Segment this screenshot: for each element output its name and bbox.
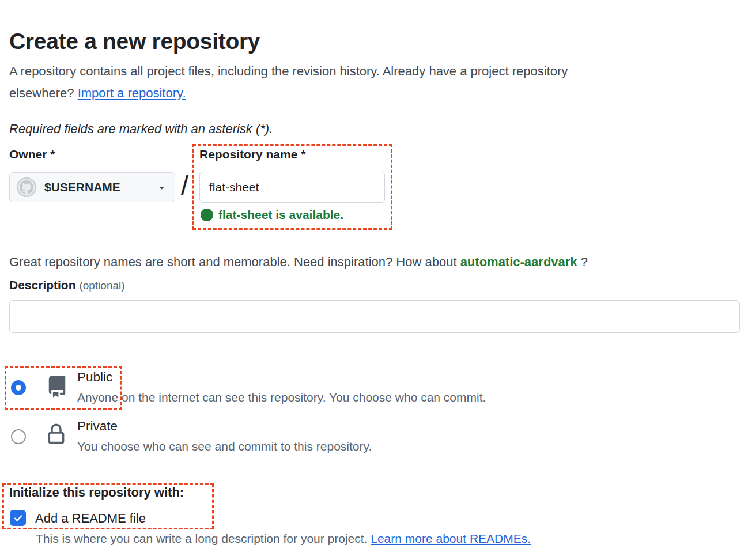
readme-help-text: This is where you can write a long descr… [36,532,531,546]
required-fields-note: Required fields are marked with an aster… [9,122,273,137]
initialize-heading: Initialize this repository with: [9,485,184,500]
owner-avatar [17,177,36,197]
public-option-label[interactable]: Public [77,370,112,385]
private-option-description: You choose who can see and commit to thi… [77,440,372,453]
page-title: Create a new repository [9,29,260,54]
private-option-label[interactable]: Private [77,419,118,434]
import-repository-link[interactable]: Import a repository. [78,86,186,100]
repository-name-label: Repository name * [199,147,305,161]
chevron-down-icon [157,183,167,192]
hint-suffix: ? [577,255,588,269]
divider [9,97,740,97]
repository-name-input[interactable] [199,172,385,203]
learn-more-readmes-link[interactable]: Learn more about READMEs. [371,532,531,545]
intro-line1: A repository contains all project files,… [9,64,568,78]
description-optional-text: (optional) [79,279,124,292]
name-availability-message: flat-sheet is available. [201,208,343,222]
description-label-text: Description [9,278,76,292]
owner-dropdown-button[interactable]: $USERNAME [9,172,175,202]
readme-help-prefix: This is where you can write a long descr… [36,532,371,545]
checkmark-icon [13,513,24,524]
availability-text: flat-sheet is available. [218,208,343,222]
add-readme-label[interactable]: Add a README file [35,511,146,526]
divider [9,350,740,350]
repo-name-hint: Great repository names are short and mem… [9,255,588,270]
repo-book-icon [46,373,68,400]
private-radio[interactable] [11,429,26,444]
public-option-description: Anyone on the internet can see this repo… [77,391,486,404]
suggested-repo-name[interactable]: automatic-aardvark [460,255,577,269]
owner-label: Owner * [9,147,55,161]
description-input[interactable] [9,300,740,333]
owner-selected-value: $USERNAME [44,180,120,194]
create-repository-page: Create a new repository A repository con… [0,0,748,560]
hint-prefix: Great repository names are short and mem… [9,255,460,269]
description-label: Description (optional) [9,278,125,292]
public-radio[interactable] [11,380,26,395]
lock-icon [46,421,67,448]
check-circle-icon [201,209,213,221]
divider [9,464,740,464]
intro-line2-prefix: elsewhere? [9,86,78,100]
owner-repo-separator: / [181,169,188,202]
intro-text: A repository contains all project files,… [9,60,568,104]
add-readme-checkbox[interactable] [10,510,26,526]
